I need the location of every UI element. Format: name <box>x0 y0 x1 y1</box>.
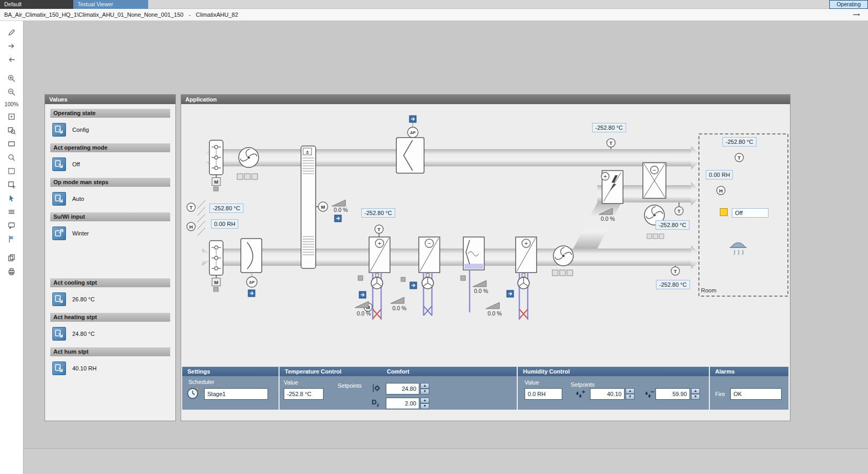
value-row: Config <box>52 123 170 137</box>
add-viewport-icon[interactable] <box>0 180 23 189</box>
room-label: Room <box>701 287 716 294</box>
breadcrumb-object: ClimatixAHU_82 <box>196 12 238 18</box>
decrement-button[interactable]: ▼ <box>420 403 429 409</box>
dp-sensor-icon: ΔP <box>410 130 415 135</box>
marquee-select-icon[interactable] <box>0 167 23 175</box>
values-panel-title: Values <box>45 95 175 104</box>
svg-text:T: T <box>609 140 613 146</box>
humidifier-percent: 0.0 % <box>470 288 493 294</box>
operator-command-icon[interactable] <box>52 192 66 206</box>
temp-sensor-icon: T <box>190 205 193 210</box>
scheduler-clock-icon[interactable] <box>186 386 200 400</box>
svg-text:±: ± <box>306 149 308 155</box>
zoom-in-icon[interactable] <box>0 74 23 83</box>
fire-status-field: OK <box>730 388 782 400</box>
deadband-setpoint-stepper[interactable]: ▲ ▼ <box>420 398 429 409</box>
operator-command-icon[interactable] <box>52 292 66 306</box>
value-group-header: Act heating stpt <box>50 313 170 322</box>
outside-sensors: T H <box>187 200 205 236</box>
value-row: 40.10 RH <box>52 362 170 375</box>
application-panel-title: Application <box>181 95 790 104</box>
decrement-button[interactable]: ▼ <box>626 394 635 400</box>
value-label: 26.80 °C <box>72 296 95 302</box>
intake-damper <box>209 241 223 291</box>
value-row: Off <box>52 157 170 171</box>
override-icon <box>507 290 514 297</box>
override-icon <box>335 215 341 222</box>
operator-command-icon[interactable] <box>52 123 66 137</box>
humidity-sensor-icon: H <box>190 224 193 230</box>
value-group-header: Op mode man steps <box>50 178 170 187</box>
value-label: 40.10 RH <box>72 365 96 371</box>
humidify-setpoint-stepper[interactable]: ▲ ▼ <box>626 388 635 400</box>
humidity-header: Humidity Control <box>518 367 709 376</box>
layers-icon[interactable] <box>0 208 23 216</box>
values-panel: Values Operating state Config Act operat… <box>44 94 176 421</box>
increment-button[interactable]: ▲ <box>626 388 635 394</box>
fire-label: Fire <box>715 391 725 397</box>
temperature-header: Temperature Control Comfort <box>280 367 517 376</box>
pin-icon[interactable] <box>852 12 861 17</box>
scheduler-label: Scheduler <box>188 379 215 385</box>
value-group-header: Operating state <box>50 109 170 118</box>
control-bar: Settings Scheduler Stage1 Temperature Co… <box>182 367 789 410</box>
override-icon <box>359 291 366 298</box>
exhaust-damper <box>209 140 223 191</box>
increment-button[interactable]: ▲ <box>691 388 700 394</box>
decrement-button[interactable]: ▼ <box>691 394 700 400</box>
humidity-section: Humidity Control Value 0.0 RH Setpoints … <box>518 367 709 410</box>
breadcrumb: BA_Air_Climatix_150_HQ_1\Climatix_AHU_01… <box>0 9 868 21</box>
room-temp-reading: -252.80 °C <box>722 137 756 146</box>
comfort-header: Comfort <box>280 367 517 376</box>
settings-section: Settings Scheduler Stage1 <box>182 367 279 410</box>
tab-default[interactable]: Default <box>0 0 73 9</box>
value-group-header: Act hum stpt <box>50 347 170 356</box>
humidify-setpoint-field[interactable]: 40.10 <box>590 388 625 400</box>
zoom-selection-icon[interactable] <box>0 126 23 134</box>
value-group-header: Su/Wi input <box>50 212 170 221</box>
svg-text:+: + <box>604 173 607 179</box>
value-label: Config <box>72 127 89 133</box>
copy-pages-icon[interactable] <box>0 254 23 262</box>
humidity-setpoints-label: Setpoints <box>571 381 595 388</box>
back-arrow-icon[interactable] <box>0 55 23 64</box>
temp-value-label: Value <box>284 379 298 386</box>
select-rect-icon[interactable] <box>0 140 23 148</box>
svg-text:−: − <box>428 240 431 246</box>
operating-mode-button[interactable]: Operating <box>829 0 868 9</box>
zoom-window-icon[interactable] <box>0 153 23 162</box>
operator-command-icon[interactable] <box>52 227 66 240</box>
tab-textual-viewer[interactable]: Textual Viewer <box>73 0 148 9</box>
increment-button[interactable]: ▲ <box>420 383 429 389</box>
comfort-setpoint-field[interactable]: 24.80 <box>386 383 419 394</box>
operator-command-icon[interactable] <box>52 157 66 171</box>
pointer-select-icon[interactable] <box>0 194 23 202</box>
print-icon[interactable] <box>0 267 23 276</box>
dehumidify-setpoint-field[interactable]: 59.90 <box>655 388 690 400</box>
override-icon <box>248 290 255 297</box>
heating-valve-percent: 0.0 % <box>352 310 375 317</box>
comfort-setpoint-stepper[interactable]: ▲ ▼ <box>420 383 429 394</box>
exhaust-temp-reading: -252.80 °C <box>592 123 626 132</box>
humidifier <box>461 237 486 312</box>
dehumidify-setpoint-stepper[interactable]: ▲ ▼ <box>691 388 700 400</box>
exhaust-temp-sensor: T <box>607 139 615 149</box>
note-icon[interactable] <box>0 221 23 230</box>
zoom-original-icon[interactable] <box>0 112 23 121</box>
zoom-out-icon[interactable] <box>0 88 23 96</box>
edit-pen-icon[interactable] <box>0 28 23 37</box>
viewer-toolbar: 100% <box>0 21 24 474</box>
operator-command-icon[interactable] <box>52 327 66 341</box>
top-tab-bar: Default Textual Viewer Operating <box>0 0 868 9</box>
electric-heater-percent: 0.0 % <box>596 216 619 222</box>
forward-arrow-icon[interactable] <box>0 42 23 50</box>
decrement-button[interactable]: ▼ <box>420 389 429 394</box>
room-rh-reading: 0.00 RH <box>706 170 733 179</box>
operator-command-icon[interactable] <box>52 362 66 375</box>
intake-filter: ΔP <box>241 239 262 297</box>
deadband-setpoint-field[interactable]: 2.00 <box>386 398 419 409</box>
scheduler-field[interactable]: Stage1 <box>204 388 268 400</box>
increment-button[interactable]: ▲ <box>420 398 429 403</box>
supply-fan <box>552 246 573 276</box>
flag-icon[interactable] <box>0 235 23 243</box>
